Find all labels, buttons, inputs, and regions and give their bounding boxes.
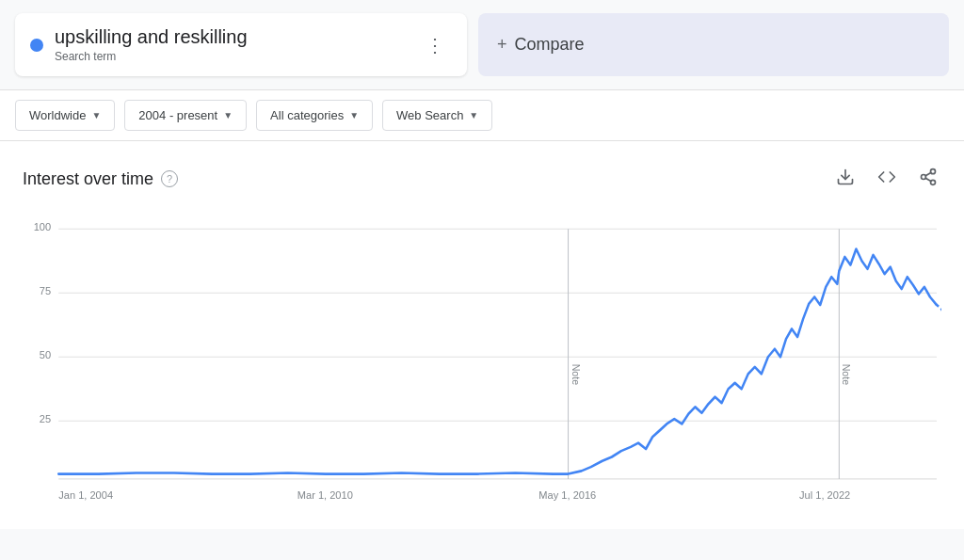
chart-container: 100 75 50 25 Note Note Jan 1, 2004 Mar 1… xyxy=(23,209,941,529)
time-filter-label: 2004 - present xyxy=(138,108,217,122)
main-content: Interest over time ? xyxy=(0,141,964,529)
search-term-card: upskilling and reskilling Search term ⋮ xyxy=(15,13,467,76)
svg-text:May 1, 2016: May 1, 2016 xyxy=(538,489,596,501)
section-header: Interest over time ? xyxy=(23,164,941,194)
search-type-chevron-icon: ▼ xyxy=(469,110,478,120)
search-term-text: upskilling and reskilling Search term xyxy=(55,26,248,63)
svg-text:Note: Note xyxy=(570,364,581,386)
category-filter-label: All categories xyxy=(270,108,344,122)
blue-dot-indicator xyxy=(30,39,43,52)
section-title-group: Interest over time ? xyxy=(23,169,178,189)
search-type-filter-label: Web Search xyxy=(396,108,463,122)
svg-line-5 xyxy=(925,172,931,175)
svg-text:Mar 1, 2010: Mar 1, 2010 xyxy=(297,489,353,501)
section-actions xyxy=(832,164,941,194)
search-term-left: upskilling and reskilling Search term xyxy=(30,26,248,63)
svg-line-4 xyxy=(925,178,931,181)
compare-plus-icon: + xyxy=(497,35,507,55)
svg-text:100: 100 xyxy=(34,221,51,232)
svg-text:75: 75 xyxy=(40,285,51,296)
time-chevron-icon: ▼ xyxy=(223,110,233,120)
interest-over-time-chart: 100 75 50 25 Note Note Jan 1, 2004 Mar 1… xyxy=(23,209,941,529)
section-title: Interest over time xyxy=(23,169,153,189)
svg-text:Jan 1, 2004: Jan 1, 2004 xyxy=(58,489,113,501)
share-button[interactable] xyxy=(915,164,941,194)
help-icon[interactable]: ? xyxy=(161,170,178,187)
download-button[interactable] xyxy=(832,164,859,194)
filters-bar: Worldwide ▼ 2004 - present ▼ All categor… xyxy=(0,89,964,141)
compare-card[interactable]: + Compare xyxy=(478,13,949,76)
svg-text:25: 25 xyxy=(40,413,51,424)
embed-code-button[interactable] xyxy=(874,164,900,194)
location-filter-label: Worldwide xyxy=(29,108,86,122)
trend-line-dotted xyxy=(936,304,941,317)
top-bar: upskilling and reskilling Search term ⋮ … xyxy=(0,0,964,89)
category-filter-button[interactable]: All categories ▼ xyxy=(256,100,373,131)
location-chevron-icon: ▼ xyxy=(91,110,101,120)
compare-label: Compare xyxy=(515,35,585,55)
trend-line xyxy=(58,249,936,474)
more-options-button[interactable]: ⋮ xyxy=(418,30,452,60)
svg-text:Note: Note xyxy=(841,364,851,386)
search-type-filter-button[interactable]: Web Search ▼ xyxy=(382,100,492,131)
category-chevron-icon: ▼ xyxy=(349,110,359,120)
search-term-name: upskilling and reskilling xyxy=(55,26,248,48)
search-term-label: Search term xyxy=(55,50,248,63)
time-filter-button[interactable]: 2004 - present ▼ xyxy=(124,100,247,131)
location-filter-button[interactable]: Worldwide ▼ xyxy=(15,100,115,131)
svg-text:Jul 1, 2022: Jul 1, 2022 xyxy=(799,489,850,501)
svg-text:50: 50 xyxy=(40,349,51,360)
